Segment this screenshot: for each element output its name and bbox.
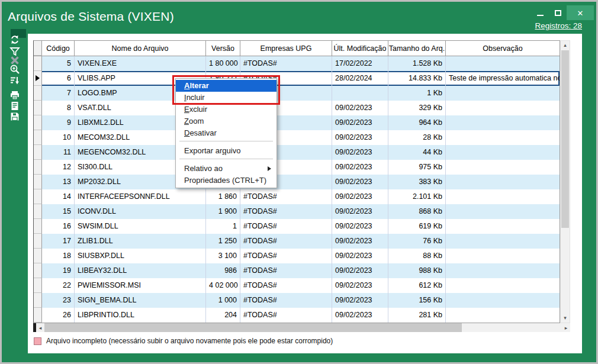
cell-nome-do-arquivo[interactable]: LIBEAY32.DLL	[75, 263, 206, 278]
row-selector-cell[interactable]	[34, 278, 42, 293]
table-row[interactable]: 12 SI300.DLL 09/02/2023 975 Kb	[34, 160, 560, 175]
cell-empresas-upg[interactable]: #TODAS#	[240, 308, 332, 323]
cell-nome-do-arquivo[interactable]: ICONV.DLL	[75, 204, 206, 219]
row-selector-cell[interactable]	[34, 71, 42, 86]
table-row[interactable]: 15 ICONV.DLL 1 900 #TODAS# 09/02/2023 86…	[34, 204, 560, 219]
cell-ult-modificacao[interactable]: 09/02/2023	[332, 115, 388, 130]
cell-empresas-upg[interactable]: #TODAS#	[240, 189, 332, 204]
table-row[interactable]: 9 LIBXML2.DLL 09/02/2023 964 Kb	[34, 115, 560, 130]
cell-codigo[interactable]: 10	[42, 130, 75, 145]
cell-tamanho-do-arq[interactable]: 1 Kb	[388, 86, 446, 101]
table-row[interactable]: 17 ZLIB1.DLL 1 250 #TODAS# 09/02/2023 76…	[34, 234, 560, 249]
context-menu-item[interactable]	[176, 159, 277, 163]
row-selector-cell[interactable]	[34, 86, 42, 101]
context-menu-item[interactable]: Excluir	[176, 104, 277, 115]
cell-ult-modificacao[interactable]: 09/02/2023	[332, 160, 388, 175]
row-selector-cell[interactable]	[34, 145, 42, 160]
context-menu-item[interactable]: Exportar arquivo	[176, 145, 277, 157]
cell-tamanho-do-arq[interactable]: 44 Kb	[388, 145, 446, 160]
cell-nome-do-arquivo[interactable]: VIXEN.EXE	[75, 56, 206, 71]
row-selector-cell[interactable]	[34, 115, 42, 130]
cell-codigo[interactable]: 8	[42, 101, 75, 115]
cell-tamanho-do-arq[interactable]: 329 Kb	[388, 101, 446, 115]
cell-versao[interactable]: 3 100	[206, 249, 240, 263]
table-row[interactable]: 22 PWIEMISSOR.MSI 4 02 000 #TODAS# 09/02…	[34, 278, 560, 293]
context-menu-item[interactable]: Alterar	[176, 80, 277, 92]
col-header-observacao[interactable]: Observação	[446, 41, 560, 56]
cell-tamanho-do-arq[interactable]: 2.101 Kb	[388, 189, 446, 204]
cell-ult-modificacao[interactable]: 09/02/2023	[332, 278, 388, 293]
row-selector-cell[interactable]	[34, 101, 42, 115]
cell-empresas-upg[interactable]: #TODAS#	[240, 204, 332, 219]
cell-codigo[interactable]: 13	[42, 175, 75, 189]
cell-ult-modificacao[interactable]: 09/02/2023	[332, 308, 388, 323]
row-selector-cell[interactable]	[34, 204, 42, 219]
cell-observacao[interactable]	[446, 115, 560, 130]
cell-versao[interactable]: 986	[206, 263, 240, 278]
cell-ult-modificacao[interactable]: 09/02/2023	[332, 130, 388, 145]
row-selector-cell[interactable]	[34, 56, 42, 71]
minimize-button[interactable]	[531, 5, 549, 20]
cell-tamanho-do-arq[interactable]: 14.833 Kb	[388, 71, 446, 86]
cell-ult-modificacao[interactable]: 09/02/2023	[332, 101, 388, 115]
cell-ult-modificacao[interactable]: 17/02/2022	[332, 56, 388, 71]
cell-codigo[interactable]: 17	[42, 234, 75, 249]
row-selector-cell[interactable]	[34, 175, 42, 189]
vertical-scrollbar[interactable]	[560, 40, 570, 323]
cell-observacao[interactable]	[446, 234, 560, 249]
row-selector-cell[interactable]	[34, 219, 42, 234]
col-header-nome-do-arquivo[interactable]: Nome do Arquivo	[75, 41, 206, 56]
cell-empresas-upg[interactable]: #TODAS#	[240, 293, 332, 308]
cell-versao[interactable]: 204	[206, 308, 240, 323]
cell-empresas-upg[interactable]: #TODAS#	[240, 234, 332, 249]
row-selector-cell[interactable]	[34, 234, 42, 249]
cell-codigo[interactable]: 12	[42, 160, 75, 175]
context-menu-item[interactable]: Propriedades (CTRL+T)	[176, 175, 277, 186]
cell-versao[interactable]: 4 02 000	[206, 278, 240, 293]
save-button[interactable]	[9, 111, 20, 122]
cell-nome-do-arquivo[interactable]: SIGN_BEMA.DLL	[75, 293, 206, 308]
cell-tamanho-do-arq[interactable]: 76 Kb	[388, 234, 446, 249]
cell-ult-modificacao[interactable]: 09/02/2023	[332, 204, 388, 219]
cell-codigo[interactable]: 7	[42, 86, 75, 101]
cell-versao[interactable]: 1	[206, 219, 240, 234]
col-header-tamanho-do-arq[interactable]: Tamanho do Arq.	[388, 41, 446, 56]
row-selector-cell[interactable]	[34, 160, 42, 175]
cell-observacao[interactable]	[446, 263, 560, 278]
horizontal-scrollbar[interactable]	[33, 323, 570, 332]
table-row[interactable]: 26 LIBPRINTIO.DLL 204 #TODAS# 09/02/2023…	[34, 308, 560, 323]
cell-observacao[interactable]	[446, 293, 560, 308]
cell-codigo[interactable]: 18	[42, 249, 75, 263]
cell-tamanho-do-arq[interactable]: 28 Kb	[388, 130, 446, 145]
table-row[interactable]: 11 MEGENCOM32.DLL 09/02/2023 44 Kb	[34, 145, 560, 160]
scroll-up-arrow-icon[interactable]	[561, 41, 570, 50]
cell-versao[interactable]: 1 80 000	[206, 56, 240, 71]
cell-codigo[interactable]: 11	[42, 145, 75, 160]
cell-observacao[interactable]	[446, 56, 560, 71]
cell-tamanho-do-arq[interactable]: 868 Kb	[388, 204, 446, 219]
cell-empresas-upg[interactable]: #TODAS#	[240, 219, 332, 234]
col-header-ult-modificacao[interactable]: Últ. Modificação	[332, 41, 388, 56]
cell-nome-do-arquivo[interactable]: SWSIM.DLL	[75, 219, 206, 234]
context-menu-item[interactable]	[176, 141, 277, 145]
cell-nome-do-arquivo[interactable]: SIUSBXP.DLL	[75, 249, 206, 263]
row-selector-cell[interactable]	[34, 189, 42, 204]
cell-versao[interactable]: 1 900	[206, 204, 240, 219]
cell-codigo[interactable]: 14	[42, 189, 75, 204]
table-row[interactable]: 14 INTERFACEEPSONNF.DLL 1 860 #TODAS# 09…	[34, 189, 560, 204]
context-menu-item[interactable]: Relativo ao	[176, 163, 277, 175]
cell-codigo[interactable]: 15	[42, 204, 75, 219]
cell-nome-do-arquivo[interactable]: LIBPRINTIO.DLL	[75, 308, 206, 323]
cell-observacao[interactable]: Teste de impressão automatica no fecha	[446, 71, 560, 86]
row-selector-cell[interactable]	[34, 249, 42, 263]
table-row[interactable]: 19 LIBEAY32.DLL 986 #TODAS# 09/02/2023 9…	[34, 263, 560, 278]
context-menu-item[interactable]: Zoom	[176, 115, 277, 127]
cell-codigo[interactable]: 22	[42, 278, 75, 293]
cell-observacao[interactable]	[446, 249, 560, 263]
maximize-button[interactable]	[549, 5, 567, 20]
cell-observacao[interactable]	[446, 308, 560, 323]
cell-ult-modificacao[interactable]: 09/02/2023	[332, 249, 388, 263]
row-selector-cell[interactable]	[34, 293, 42, 308]
cell-empresas-upg[interactable]: #TODAS#	[240, 263, 332, 278]
table-row[interactable]: 23 SIGN_BEMA.DLL 1 000 #TODAS# 09/02/202…	[34, 293, 560, 308]
